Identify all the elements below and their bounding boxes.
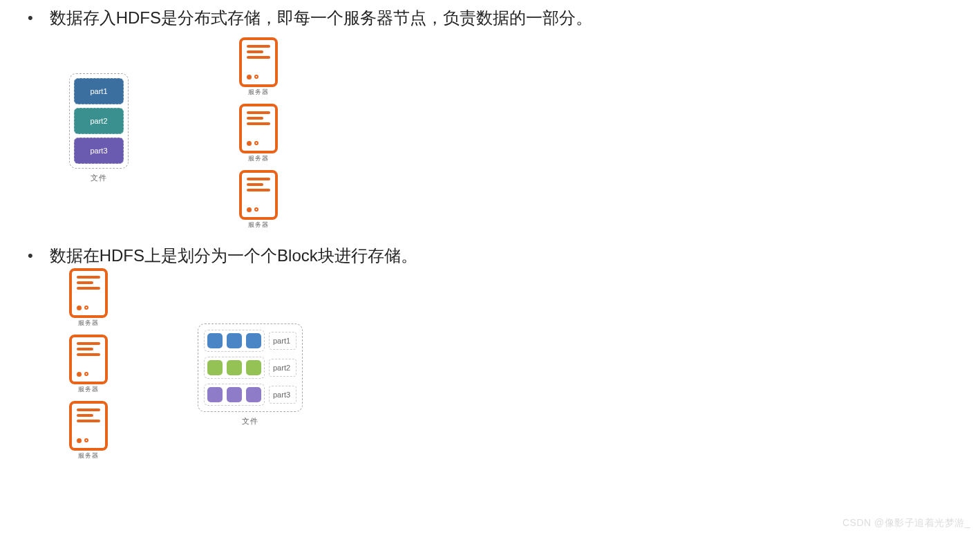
server-unit: 服务器 [239,37,278,97]
block-cells [204,384,265,406]
server-caption: 服务器 [78,385,99,394]
block-row-2: part2 [204,357,296,379]
server-unit: 服务器 [239,104,278,163]
file-caption: 文件 [91,173,107,183]
file-part-1: part1 [74,78,124,104]
file-part-2: part2 [74,108,124,134]
block-file-group: part1 part2 part3 文件 [198,323,303,426]
server-icon [69,401,108,451]
server-unit: 服务器 [69,335,108,394]
block-cells [204,357,265,379]
file-outline: part1 part2 part3 [69,73,129,169]
server-caption: 服务器 [248,154,269,163]
server-unit: 服务器 [69,401,108,460]
bullet-1: • 数据存入HDFS是分布式存储，即每一个服务器节点，负责数据的一部分。 [0,0,980,30]
bullet-dot-icon: • [28,243,33,268]
block-cell-icon [227,333,242,348]
block-cell-icon [227,360,242,375]
block-cell-icon [207,387,223,402]
server-icon [239,104,278,153]
diagram-1: part1 part2 part3 文件 服务器 [0,30,980,238]
server-column-2: 服务器 服务器 [69,268,108,460]
block-cell-icon [246,360,261,375]
server-caption: 服务器 [78,451,99,460]
block-cell-icon [246,387,261,402]
server-column-1: 服务器 服务器 [239,37,278,229]
block-cell-icon [207,333,223,348]
block-row-3-label: part3 [269,386,296,404]
server-caption: 服务器 [248,220,269,229]
block-cell-icon [246,333,261,348]
bullet-2-text: 数据在HDFS上是划分为一个个Block块进行存储。 [50,243,417,268]
block-row-1: part1 [204,330,296,352]
bullet-1-text: 数据存入HDFS是分布式存储，即每一个服务器节点，负责数据的一部分。 [50,6,592,30]
block-outline: part1 part2 part3 [198,323,303,412]
block-caption: 文件 [242,416,258,426]
block-cell-icon [207,360,223,375]
block-row-1-label: part1 [269,332,296,350]
diagram-2: 服务器 服务器 [0,268,980,460]
server-icon [239,170,278,220]
block-cell-icon [227,387,242,402]
block-row-3: part3 [204,384,296,406]
watermark: CSDN @像影子追着光梦游_ [842,517,970,529]
bullet-2: • 数据在HDFS上是划分为一个个Block块进行存储。 [0,238,980,268]
server-caption: 服务器 [78,319,99,328]
server-icon [239,37,278,87]
server-caption: 服务器 [248,88,269,97]
file-part-3: part3 [74,138,124,164]
server-icon [69,268,108,318]
server-unit: 服务器 [239,170,278,229]
block-row-2-label: part2 [269,359,296,377]
server-unit: 服务器 [69,268,108,328]
server-icon [69,335,108,384]
block-cells [204,330,265,352]
file-parts-group: part1 part2 part3 文件 [69,73,129,183]
bullet-dot-icon: • [28,6,33,30]
